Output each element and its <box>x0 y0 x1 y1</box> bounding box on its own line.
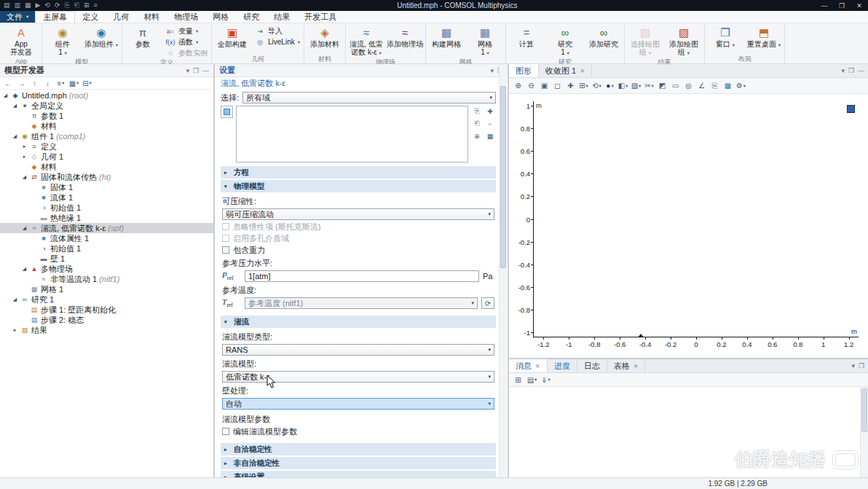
tree-node-几何 1[interactable]: ▸◇几何 1 <box>0 152 213 162</box>
tree-node-流体属性 1[interactable]: ■流体属性 1 <box>0 233 213 243</box>
selection-dropdown[interactable]: 所有域 ▾ <box>242 92 496 103</box>
graphics-float-icon[interactable]: ❐ <box>848 67 854 74</box>
tree-node-流体 1[interactable]: ■流体 1 <box>0 192 213 203</box>
create-selection-icon[interactable]: ▦ <box>484 130 496 141</box>
collapse-all-icon[interactable]: ⊟▾ <box>81 78 93 89</box>
collapse-icon[interactable]: ◢ <box>12 133 18 139</box>
active-selection-toggle[interactable] <box>221 106 233 118</box>
move-down-icon[interactable]: ↓ <box>42 78 54 89</box>
collapse-icon[interactable]: ◢ <box>21 266 28 272</box>
undo-icon[interactable]: ⟲ <box>43 1 52 9</box>
turbulence-model-dropdown[interactable]: 低雷诺数 k-ε ▾ <box>222 371 494 383</box>
collapse-icon[interactable]: ◢ <box>12 103 18 109</box>
tree-node-研究 1[interactable]: ◢∞研究 1 <box>0 294 213 305</box>
menu-tab-物理场[interactable]: 物理场 <box>167 11 205 23</box>
ribbon-button-select-plot-group[interactable]: ▧选择绘图组 ▾ <box>626 25 664 58</box>
zoom-extents-icon[interactable]: ▣ <box>538 80 551 91</box>
selection-listbox[interactable] <box>236 106 468 163</box>
graphics-settings-icon[interactable]: ⚙▾ <box>735 80 747 91</box>
tree-node-多物理场[interactable]: ◢▲多物理场 <box>0 264 213 274</box>
tree-node-壁 1[interactable]: ▬壁 1 <box>0 254 213 264</box>
node-label-options-icon[interactable]: ▦▾ <box>68 78 80 89</box>
compressibility-dropdown[interactable]: 弱可压缩流动 ▾ <box>222 208 494 220</box>
messages-scrollbar[interactable] <box>860 387 868 477</box>
wall-treatment-dropdown[interactable]: 自动 ▾ <box>222 398 494 410</box>
ribbon-button-parameters[interactable]: π参数 <box>124 25 162 58</box>
messages-tab-日志[interactable]: 日志 <box>577 359 607 372</box>
tree-node-Untitled.mph[interactable]: ◢◆Untitled.mph(root) <box>0 90 213 101</box>
tree-node-组件 1[interactable]: ◢◉组件 1(comp1) <box>0 131 213 141</box>
copy-image-icon[interactable]: ⎘ <box>709 80 721 91</box>
ribbon-button-add-physics[interactable]: ≈添加物理场 <box>386 25 424 58</box>
menu-tab-开发工具[interactable]: 开发工具 <box>297 11 344 23</box>
scrollbar-thumb[interactable] <box>500 86 506 268</box>
messages-export-icon[interactable]: ⇓▾ <box>540 375 552 386</box>
panel-minimize-icon[interactable]: — <box>202 67 209 74</box>
ribbon-button-mesh[interactable]: ▦网格 1 ▾ <box>466 25 504 58</box>
tree-node-全局定义[interactable]: ◢●全局定义 <box>0 101 213 111</box>
default-view-icon[interactable]: ⟲▾ <box>591 80 603 91</box>
messages-tab-表格[interactable]: 表格✕ <box>607 359 646 372</box>
panel-menu-icon[interactable]: ▾ <box>186 67 189 74</box>
collapse-icon[interactable]: ◢ <box>12 297 18 302</box>
file-menu-button[interactable]: 文件 ▾ <box>0 11 35 23</box>
tree-node-步骤 2: 稳态[interactable]: ▤步骤 2: 稳态 <box>0 315 213 325</box>
plot-icon[interactable]: ▦ <box>722 80 734 91</box>
color-theme-icon[interactable]: ◧▾ <box>617 80 629 91</box>
section-高级设置[interactable]: ▸高级设置 <box>221 471 496 477</box>
tree-node-固体和流体传热[interactable]: ◢⇄固体和流体传热(ht) <box>0 172 213 182</box>
tree-node-材料[interactable]: ◆材料 <box>0 162 213 172</box>
menu-tab-几何[interactable]: 几何 <box>106 11 136 23</box>
ribbon-button-add-study[interactable]: ∞添加研究 <box>585 25 623 58</box>
paste-icon[interactable]: ⎗ <box>73 1 81 9</box>
settings-scrollbar[interactable] <box>499 64 507 477</box>
measure-icon[interactable]: ∠ <box>695 80 708 91</box>
go-to-source-button[interactable]: ⟳ <box>481 297 494 309</box>
zoom-box-icon[interactable]: ◻ <box>551 80 564 91</box>
tree-node-参数 1[interactable]: π参数 1 <box>0 111 213 121</box>
edit-turbulence-params-checkbox[interactable]: 编辑湍流模型参数 <box>222 426 494 437</box>
duplicate-icon[interactable]: ⊞ <box>82 1 91 9</box>
ribbon-button-turbulence[interactable]: ≈湍流, 低雷 诺数 k-ε ▾ <box>347 25 385 58</box>
graphics-tab-收敛图 1[interactable]: 收敛图 1✕ <box>539 64 592 77</box>
tree-node-网格 1[interactable]: ▦网格 1 <box>0 284 213 294</box>
zoom-to-selection-icon[interactable]: ⊕ <box>471 130 483 141</box>
collapse-icon[interactable]: ◢ <box>21 174 28 180</box>
tree-node-湍流, 低雷诺数 k-ε[interactable]: ◢≈湍流, 低雷诺数 k-ε(spf) <box>0 223 213 233</box>
tree-node-定义[interactable]: ▸≡定义 <box>0 141 213 152</box>
messages-display-icon[interactable]: ▤▾ <box>526 375 538 386</box>
ribbon-button-livelink[interactable]: ◎LiveLink▾ <box>252 36 302 47</box>
section-非自洽稳定性[interactable]: ▸非自洽稳定性 <box>221 457 496 469</box>
ribbon-button-functions[interactable]: f(x)函数▾ <box>162 36 210 47</box>
tree-node-固体 1[interactable]: ■固体 1 <box>0 182 213 192</box>
ribbon-button-build-mesh[interactable]: ▦构建网格 <box>427 25 465 58</box>
turbulence-model-type-dropdown[interactable]: RANS ▾ <box>222 344 494 356</box>
clipping-icon[interactable]: ✂▾ <box>643 80 655 91</box>
minimize-button[interactable]: — <box>816 2 833 9</box>
ribbon-button-variables[interactable]: a=变量▾ <box>162 26 210 36</box>
panel-float-icon[interactable]: ❐ <box>193 67 199 74</box>
image-export-icon[interactable]: ▨▾ <box>630 80 642 91</box>
tree-node-非等温流动 1[interactable]: ≈非等温流动 1(nitf1) <box>0 274 213 284</box>
settings-breadcrumb[interactable]: 湍流, 低雷诺数 k-ε <box>215 77 508 90</box>
maximize-button[interactable]: ❐ <box>833 2 851 9</box>
remove-from-selection-icon[interactable]: − <box>484 118 496 129</box>
paste-selection-icon[interactable]: ⎗ <box>471 118 483 129</box>
collapse-icon[interactable]: ◢ <box>2 93 9 98</box>
expand-icon[interactable]: ▸ <box>12 327 18 333</box>
section-turbulence[interactable]: ▾ 湍流 <box>221 316 496 328</box>
forward-icon[interactable]: → <box>15 78 28 89</box>
ribbon-button-reset-desktop[interactable]: ⬒重置桌面 ▾ <box>745 25 783 55</box>
settings-menu-icon[interactable]: ▾ <box>490 67 494 74</box>
tree-node-初始值 1[interactable]: ◑初始值 1 <box>0 203 213 213</box>
ribbon-button-add-material[interactable]: ◈添加材料 <box>306 25 344 55</box>
copy-icon[interactable]: ⎘ <box>63 1 71 9</box>
select-mode-icon[interactable]: ▭ <box>669 80 682 91</box>
new-file-icon[interactable]: ▤ <box>2 1 12 9</box>
ribbon-button-app-builder[interactable]: AApp 开发器 <box>2 25 40 57</box>
checkbox-包含重力[interactable]: 包含重力 <box>222 245 494 255</box>
save-icon[interactable]: ▦ <box>23 1 33 9</box>
close-tab-icon[interactable]: ✕ <box>634 363 639 369</box>
tree-node-热绝缘 1[interactable]: ▬热绝缘 1 <box>0 213 213 223</box>
ribbon-button-import[interactable]: ⇥导入 <box>252 26 302 36</box>
